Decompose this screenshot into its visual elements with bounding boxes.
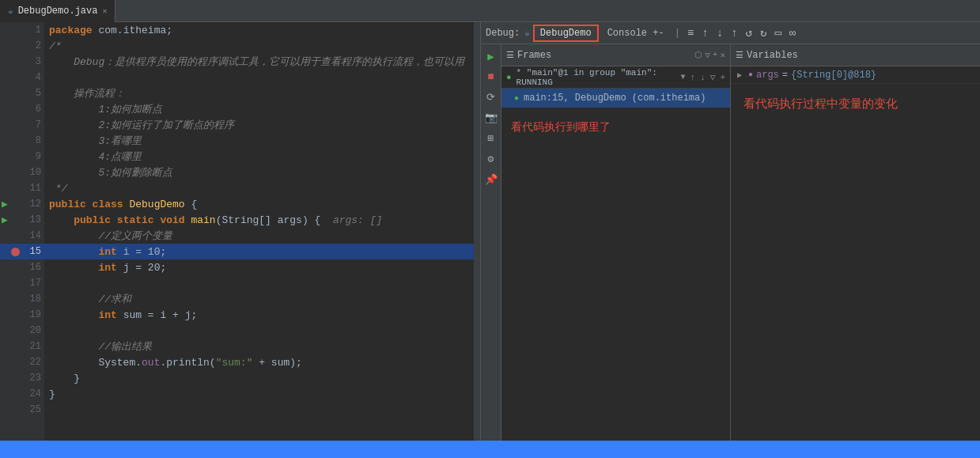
debug-tab-console[interactable]: Console +-: [602, 26, 670, 40]
code-text-24: }: [49, 388, 55, 400]
toolbar-rect-icon[interactable]: ▭: [772, 25, 783, 40]
frames-close-col-icon[interactable]: ✕: [720, 50, 725, 60]
toolbar-inf-icon[interactable]: ∞: [787, 26, 798, 40]
sidebar-settings2-icon[interactable]: ⚙: [482, 150, 500, 168]
frames-filter-icon[interactable]: ▽: [705, 50, 710, 60]
gutter-row-1: 1: [0, 22, 44, 38]
line-num-21: 21: [30, 341, 41, 352]
line-num-5: 5: [36, 88, 41, 99]
sidebar-run-icon[interactable]: ▶: [482, 47, 500, 65]
debug-session-icon: ☕: [524, 28, 530, 38]
toolbar-down-icon[interactable]: ↓: [714, 26, 725, 40]
gutter-row-9: 9: [0, 149, 44, 165]
gutter-row-11: 11: [0, 180, 44, 196]
line-num-3: 3: [36, 56, 41, 67]
variables-header: ☰ Variables: [731, 44, 980, 66]
code-comment-21: //输出结果: [49, 339, 152, 354]
code-text-16: j = 20;: [117, 262, 166, 274]
frame-row-selected[interactable]: ● main:15, DebugDemo (com.itheima): [501, 89, 730, 108]
thread-down-icon[interactable]: ↓: [700, 73, 706, 82]
frames-expand-icon[interactable]: ⬡: [694, 50, 702, 60]
sidebar-camera-icon[interactable]: 📷: [482, 109, 500, 127]
gutter-row-14: 14: [0, 228, 44, 244]
code-comment-5: 操作流程：: [49, 86, 125, 100]
code-comment-7: 2:如何运行了加了断点的程序: [49, 118, 234, 132]
line-num-11: 11: [30, 183, 41, 194]
code-line-6: 1:如何加断点: [44, 101, 474, 117]
gutter-row-5: 5: [0, 85, 44, 101]
toolbar-settings-icon[interactable]: ≡: [685, 26, 696, 40]
code-kw-class: class: [93, 199, 130, 210]
line-num-16: 16: [30, 262, 41, 273]
gutter-row-12: ▶ 12: [0, 196, 44, 212]
tab-close-icon[interactable]: ✕: [102, 6, 107, 16]
panels-content: ● * "main"@1 in group "main": RUNNING ▼ …: [501, 66, 980, 441]
code-line-3: Debug：是供程序员使用的程序调试工具，它可以用于查看程序的执行流程，也可以用: [44, 54, 474, 70]
code-area[interactable]: 1 2 3 4 5: [0, 22, 480, 441]
line-num-7: 7: [36, 119, 41, 131]
gutter-row-25: 25: [0, 402, 44, 418]
sidebar-layout-icon[interactable]: ⊞: [482, 130, 500, 147]
gutter: 1 2 3 4 5: [0, 22, 44, 441]
thread-filter-icon[interactable]: ▽: [710, 72, 716, 82]
frames-annotation-text: 看代码执行到哪里了: [511, 120, 611, 133]
gutter-row-17: 17: [0, 275, 44, 291]
gutter-row-22: 22: [0, 354, 44, 370]
debug-arrow-13: ▶: [2, 214, 8, 226]
thread-dropdown-icon[interactable]: ▼: [681, 73, 686, 81]
code-str-22: "sum:": [216, 357, 253, 369]
thread-add-icon[interactable]: +: [720, 73, 725, 82]
frames-panel-content: ● * "main"@1 in group "main": RUNNING ▼ …: [501, 66, 731, 441]
code-brace: {: [191, 199, 197, 210]
toolbar-rerun-icon[interactable]: ↺: [744, 25, 755, 40]
sidebar-pin-icon[interactable]: 📌: [482, 171, 500, 188]
code-kw: package: [49, 25, 98, 36]
toolbar-stepover-icon[interactable]: ↑: [728, 26, 740, 40]
code-method-main: main: [191, 214, 215, 226]
code-indent-22: System.: [49, 357, 142, 369]
code-kw-int: int: [98, 246, 116, 258]
code-kw-void: void: [160, 214, 191, 226]
var-expand-icon[interactable]: ▶: [737, 70, 745, 80]
var-equals: =: [782, 70, 788, 81]
code-line-13: public static void main(String[] args) {…: [44, 212, 474, 228]
thread-name: * "main"@1 in group "main": RUNNING: [516, 68, 676, 87]
code-line-22: System.out.println("sum:" + sum);: [44, 354, 474, 370]
frames-add-icon[interactable]: +: [713, 50, 718, 60]
gutter-row-2: 2: [0, 38, 44, 54]
thread-up-icon[interactable]: ↑: [691, 73, 696, 82]
java-icon: ☕: [8, 6, 13, 16]
code-line-24: }: [44, 386, 474, 402]
code-line-25: [44, 402, 474, 418]
code-kw-public: public: [49, 199, 93, 210]
gutter-row-20: 20: [0, 323, 44, 339]
sidebar-stop-icon[interactable]: ■: [482, 68, 500, 85]
code-text-15: i = 10;: [117, 246, 166, 258]
line-num-13: 13: [30, 214, 41, 225]
breakpoint-15[interactable]: [11, 248, 20, 256]
editor-tab-debugdemo[interactable]: ☕ DebugDemo.java ✕: [0, 0, 115, 22]
code-kw-int3: int: [98, 309, 116, 321]
variables-panel-content: ▶ ● args = {String[0]@818} 看代码执行过程中变量的变化: [731, 66, 980, 441]
line-num-18: 18: [30, 293, 41, 305]
gutter-row-18: 18: [0, 291, 44, 307]
app-container: ☕ DebugDemo.java ✕ 1 2: [0, 0, 980, 458]
sidebar-step-icon[interactable]: ⟳: [482, 89, 500, 106]
code-comment-9: 4:点哪里: [49, 150, 142, 164]
code-indent-16: [49, 262, 98, 274]
code-line-21: //输出结果: [44, 339, 474, 354]
editor-scrollbar[interactable]: [474, 22, 480, 441]
frames-header: ☰ Frames ⬡ ▽ + ✕: [501, 44, 731, 66]
status-bar: [0, 441, 980, 458]
line-num-1: 1: [36, 25, 41, 36]
thread-row[interactable]: ● * "main"@1 in group "main": RUNNING ▼ …: [501, 66, 730, 89]
code-line-9: 4:点哪里: [44, 149, 474, 165]
debug-top-bar: Debug: ☕ DebugDemo Console +- | ≡ ↑ ↓ ↑ …: [481, 22, 980, 44]
toolbar-stop-icon[interactable]: ↻: [758, 25, 769, 40]
gutter-row-7: 7: [0, 117, 44, 133]
debug-tab-debugger[interactable]: DebugDemo: [533, 25, 599, 42]
toolbar-up-icon[interactable]: ↑: [699, 26, 710, 40]
line-num-12: 12: [30, 199, 41, 210]
var-type-icon: ●: [748, 70, 753, 79]
code-comment: /*: [49, 40, 62, 52]
